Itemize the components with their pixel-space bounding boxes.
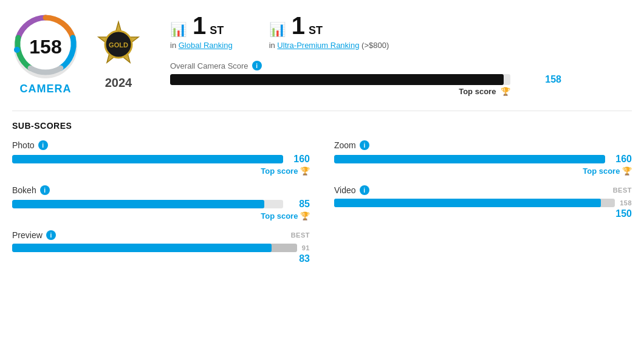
rank-top-premium: 📊 1 ST bbox=[269, 12, 389, 39]
preview-info-icon[interactable]: i bbox=[46, 230, 56, 240]
bokeh-top-score: Top score 🏆 bbox=[12, 211, 310, 221]
premium-rank-suffix: ST bbox=[309, 24, 323, 37]
preview-bar-fill bbox=[12, 244, 272, 252]
video-best-label: BEST bbox=[613, 187, 632, 194]
video-bar-row: 158 bbox=[334, 199, 632, 207]
bokeh-bar-container bbox=[12, 200, 283, 208]
zoom-bar-row: 160 bbox=[334, 154, 632, 165]
overall-label-text: Overall Camera Score bbox=[170, 61, 248, 70]
sub-scores-title: SUB-SCORES bbox=[12, 121, 632, 131]
bokeh-header: Bokeh i bbox=[12, 185, 310, 195]
score-circle: 158 bbox=[12, 13, 79, 80]
global-rank-desc: in Global Ranking bbox=[170, 41, 233, 50]
zoom-info-icon[interactable]: i bbox=[360, 140, 369, 150]
overall-bar-wrapper: 158 bbox=[170, 74, 535, 85]
photo-trophy: 🏆 bbox=[300, 166, 310, 176]
photo-bar-fill bbox=[12, 155, 283, 163]
zoom-score-item: Zoom i 160 Top score 🏆 bbox=[334, 140, 632, 176]
score-number: 158 bbox=[29, 35, 61, 58]
bokeh-trophy: 🏆 bbox=[300, 211, 310, 221]
premium-rank-number: 1 bbox=[292, 12, 305, 39]
svg-text:GOLD: GOLD bbox=[109, 41, 128, 49]
bokeh-score-item: Bokeh i 85 Top score 🏆 bbox=[12, 185, 310, 221]
video-label: Video bbox=[334, 185, 356, 195]
score-col: 158 CAMERA bbox=[12, 13, 79, 95]
video-score-display: 150 bbox=[334, 208, 632, 219]
photo-score-item: Photo i 160 Top score 🏆 bbox=[12, 140, 310, 176]
bar-chart-icon: 📊 bbox=[170, 22, 187, 38]
bokeh-score-value: 85 bbox=[288, 199, 310, 210]
photo-header: Photo i bbox=[12, 140, 310, 150]
rankings-section: 📊 1 ST in Global Ranking 📊 1 ST in Ultra… bbox=[158, 12, 632, 96]
preview-header: Preview i BEST bbox=[12, 230, 310, 240]
global-rank-suffix: ST bbox=[210, 24, 224, 37]
video-bar-container bbox=[334, 199, 615, 207]
bokeh-label: Bokeh bbox=[12, 185, 36, 195]
photo-info-icon[interactable]: i bbox=[38, 140, 48, 150]
bar-chart-icon-2: 📊 bbox=[269, 22, 286, 38]
gold-badge-col: GOLD 2024 bbox=[91, 19, 146, 90]
video-score-item: Video i BEST 158 150 bbox=[334, 185, 632, 221]
premium-rank-desc: in Ultra-Premium Ranking (>$800) bbox=[269, 41, 389, 50]
video-bar-bg bbox=[334, 199, 615, 207]
rankings-row: 📊 1 ST in Global Ranking 📊 1 ST in Ultra… bbox=[170, 12, 632, 50]
video-best-score: 158 bbox=[620, 199, 632, 207]
zoom-label: Zoom bbox=[334, 140, 356, 150]
preview-best-label: BEST bbox=[291, 231, 310, 239]
premium-ranking-item: 📊 1 ST in Ultra-Premium Ranking (>$800) bbox=[269, 12, 389, 50]
sub-scores-section: SUB-SCORES Photo i 160 Top score 🏆 bbox=[12, 121, 632, 274]
preview-label: Preview bbox=[12, 230, 43, 240]
preview-bar-container bbox=[12, 244, 297, 252]
header-section: 158 CAMERA GOLD 2024 📊 bbox=[12, 12, 632, 96]
zoom-top-score: Top score 🏆 bbox=[334, 166, 632, 176]
preview-best-score: 91 bbox=[302, 244, 310, 252]
preview-score-display: 83 bbox=[12, 253, 310, 264]
preview-bar-row: 91 bbox=[12, 244, 310, 252]
bokeh-info-icon[interactable]: i bbox=[40, 185, 50, 195]
zoom-bar-container bbox=[334, 155, 605, 163]
overall-trophy-icon: 🏆 bbox=[501, 87, 510, 96]
photo-bar-row: 160 bbox=[12, 154, 310, 165]
overall-bar-fill bbox=[170, 74, 504, 85]
video-header: Video i BEST bbox=[334, 185, 632, 195]
photo-bar-container bbox=[12, 155, 283, 163]
zoom-bar-fill bbox=[334, 155, 605, 163]
overall-top-score-text: Top score bbox=[459, 87, 496, 96]
overall-score-value: 158 bbox=[545, 74, 561, 85]
camera-label: CAMERA bbox=[20, 83, 72, 95]
premium-ranking-link[interactable]: Ultra-Premium Ranking bbox=[277, 41, 359, 50]
bokeh-bar-row: 85 bbox=[12, 199, 310, 210]
preview-bar-bg bbox=[12, 244, 297, 252]
bokeh-bar-bg bbox=[12, 200, 283, 208]
divider bbox=[12, 111, 632, 111]
global-ranking-item: 📊 1 ST in Global Ranking bbox=[170, 12, 233, 50]
photo-top-score: Top score 🏆 bbox=[12, 166, 310, 176]
gold-badge: GOLD bbox=[91, 19, 146, 74]
year-label: 2024 bbox=[105, 76, 132, 90]
overall-top-score: Top score 🏆 bbox=[170, 87, 510, 96]
video-bar-fill-2 bbox=[334, 199, 601, 207]
overall-info-icon[interactable]: i bbox=[252, 61, 262, 70]
sub-scores-grid: Photo i 160 Top score 🏆 Zoom i bbox=[12, 140, 632, 274]
video-info-icon[interactable]: i bbox=[360, 185, 369, 195]
overall-label: Overall Camera Score i bbox=[170, 61, 632, 70]
zoom-header: Zoom i bbox=[334, 140, 632, 150]
price-range: (>$800) bbox=[361, 41, 389, 50]
zoom-bar-bg bbox=[334, 155, 605, 163]
overall-section: Overall Camera Score i 158 Top score 🏆 bbox=[170, 61, 632, 96]
rank-top-global: 📊 1 ST bbox=[170, 12, 233, 39]
svg-point-1 bbox=[14, 47, 20, 53]
photo-score-value: 160 bbox=[288, 154, 310, 165]
photo-bar-bg bbox=[12, 155, 283, 163]
zoom-score-value: 160 bbox=[610, 154, 632, 165]
preview-score-item: Preview i BEST 91 83 bbox=[12, 230, 310, 264]
global-rank-number: 1 bbox=[193, 12, 206, 39]
zoom-trophy: 🏆 bbox=[622, 166, 632, 176]
bokeh-bar-fill bbox=[12, 200, 264, 208]
overall-bar-bg bbox=[170, 74, 510, 85]
photo-label: Photo bbox=[12, 140, 35, 150]
global-ranking-link[interactable]: Global Ranking bbox=[179, 41, 233, 50]
